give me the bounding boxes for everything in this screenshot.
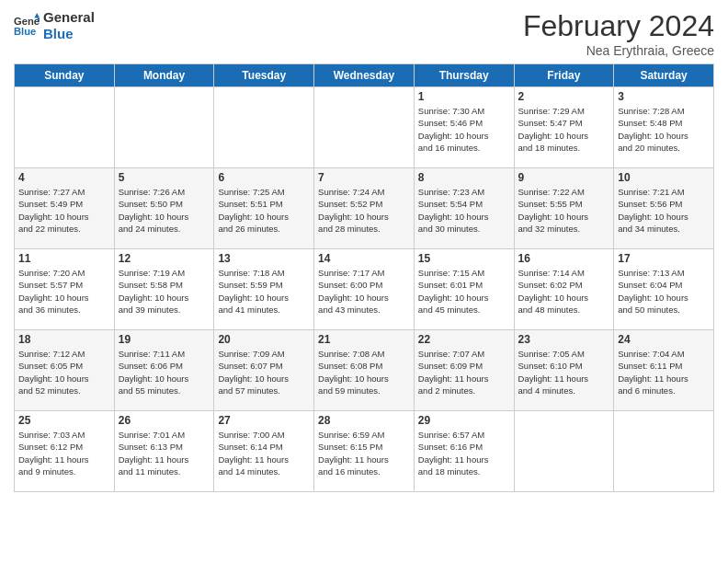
calendar-cell: 18Sunrise: 7:12 AM Sunset: 6:05 PM Dayli… [15, 330, 115, 411]
day-info: Sunrise: 6:59 AM Sunset: 6:15 PM Dayligh… [318, 429, 410, 477]
calendar-cell [314, 87, 415, 168]
calendar-cell: 13Sunrise: 7:18 AM Sunset: 5:59 PM Dayli… [214, 249, 314, 330]
day-number: 8 [418, 171, 510, 184]
calendar-cell: 27Sunrise: 7:00 AM Sunset: 6:14 PM Dayli… [214, 411, 314, 492]
day-number: 17 [618, 252, 710, 265]
calendar-cell: 11Sunrise: 7:20 AM Sunset: 5:57 PM Dayli… [15, 249, 115, 330]
logo-general: General [43, 9, 95, 26]
day-number: 13 [218, 252, 310, 265]
day-number: 25 [18, 414, 110, 427]
day-number: 14 [318, 252, 410, 265]
week-row-4: 18Sunrise: 7:12 AM Sunset: 6:05 PM Dayli… [15, 330, 714, 411]
day-info: Sunrise: 6:57 AM Sunset: 6:16 PM Dayligh… [418, 429, 510, 477]
week-row-5: 25Sunrise: 7:03 AM Sunset: 6:12 PM Dayli… [15, 411, 714, 492]
day-number: 12 [119, 252, 210, 265]
header: General Blue General Blue February 2024 … [14, 9, 714, 58]
weekday-monday: Monday [114, 64, 214, 87]
day-info: Sunrise: 7:01 AM Sunset: 6:13 PM Dayligh… [119, 429, 210, 477]
calendar-cell: 12Sunrise: 7:19 AM Sunset: 5:58 PM Dayli… [114, 249, 214, 330]
day-info: Sunrise: 7:11 AM Sunset: 6:06 PM Dayligh… [119, 348, 210, 396]
calendar-cell: 22Sunrise: 7:07 AM Sunset: 6:09 PM Dayli… [414, 330, 514, 411]
weekday-friday: Friday [514, 64, 614, 87]
calendar-cell: 28Sunrise: 6:59 AM Sunset: 6:15 PM Dayli… [314, 411, 415, 492]
day-info: Sunrise: 7:14 AM Sunset: 6:02 PM Dayligh… [518, 267, 610, 316]
day-number: 28 [318, 414, 410, 427]
month-title: February 2024 [523, 9, 714, 43]
day-info: Sunrise: 7:26 AM Sunset: 5:50 PM Dayligh… [119, 186, 210, 235]
day-info: Sunrise: 7:21 AM Sunset: 5:56 PM Dayligh… [618, 186, 710, 235]
day-info: Sunrise: 7:27 AM Sunset: 5:49 PM Dayligh… [18, 186, 110, 235]
logo: General Blue General Blue [14, 9, 95, 42]
day-number: 21 [318, 333, 410, 346]
day-info: Sunrise: 7:24 AM Sunset: 5:52 PM Dayligh… [318, 186, 410, 235]
day-number: 26 [119, 414, 210, 427]
weekday-saturday: Saturday [614, 64, 714, 87]
day-info: Sunrise: 7:23 AM Sunset: 5:54 PM Dayligh… [418, 186, 510, 235]
day-info: Sunrise: 7:07 AM Sunset: 6:09 PM Dayligh… [418, 348, 510, 396]
calendar-cell: 2Sunrise: 7:29 AM Sunset: 5:47 PM Daylig… [514, 87, 614, 168]
calendar-cell: 8Sunrise: 7:23 AM Sunset: 5:54 PM Daylig… [414, 168, 514, 249]
day-info: Sunrise: 7:20 AM Sunset: 5:57 PM Dayligh… [18, 267, 110, 316]
calendar-cell: 25Sunrise: 7:03 AM Sunset: 6:12 PM Dayli… [15, 411, 115, 492]
day-number: 16 [518, 252, 610, 265]
calendar-cell: 10Sunrise: 7:21 AM Sunset: 5:56 PM Dayli… [614, 168, 714, 249]
calendar-cell: 3Sunrise: 7:28 AM Sunset: 5:48 PM Daylig… [614, 87, 714, 168]
day-number: 15 [418, 252, 510, 265]
day-info: Sunrise: 7:15 AM Sunset: 6:01 PM Dayligh… [418, 267, 510, 316]
calendar-cell: 9Sunrise: 7:22 AM Sunset: 5:55 PM Daylig… [514, 168, 614, 249]
logo-blue: Blue [43, 26, 95, 42]
calendar-cell: 4Sunrise: 7:27 AM Sunset: 5:49 PM Daylig… [15, 168, 115, 249]
calendar-cell: 19Sunrise: 7:11 AM Sunset: 6:06 PM Dayli… [114, 330, 214, 411]
calendar-cell [214, 87, 314, 168]
calendar-cell: 5Sunrise: 7:26 AM Sunset: 5:50 PM Daylig… [114, 168, 214, 249]
day-number: 24 [618, 333, 710, 346]
day-number: 3 [618, 90, 710, 103]
weekday-tuesday: Tuesday [214, 64, 314, 87]
day-number: 6 [218, 171, 310, 184]
calendar-cell: 29Sunrise: 6:57 AM Sunset: 6:16 PM Dayli… [414, 411, 514, 492]
calendar-cell: 24Sunrise: 7:04 AM Sunset: 6:11 PM Dayli… [614, 330, 714, 411]
day-info: Sunrise: 7:25 AM Sunset: 5:51 PM Dayligh… [218, 186, 310, 235]
title-section: February 2024 Nea Erythraia, Greece [523, 9, 714, 58]
weekday-header-row: SundayMondayTuesdayWednesdayThursdayFrid… [15, 64, 714, 87]
day-number: 11 [18, 252, 110, 265]
calendar-cell: 20Sunrise: 7:09 AM Sunset: 6:07 PM Dayli… [214, 330, 314, 411]
day-info: Sunrise: 7:08 AM Sunset: 6:08 PM Dayligh… [318, 348, 410, 396]
day-info: Sunrise: 7:00 AM Sunset: 6:14 PM Dayligh… [218, 429, 310, 477]
weekday-wednesday: Wednesday [314, 64, 415, 87]
day-number: 1 [418, 90, 510, 103]
day-info: Sunrise: 7:19 AM Sunset: 5:58 PM Dayligh… [119, 267, 210, 316]
day-info: Sunrise: 7:30 AM Sunset: 5:46 PM Dayligh… [418, 105, 510, 154]
calendar-cell: 23Sunrise: 7:05 AM Sunset: 6:10 PM Dayli… [514, 330, 614, 411]
day-number: 2 [518, 90, 610, 103]
day-number: 19 [119, 333, 210, 346]
day-number: 27 [218, 414, 310, 427]
day-number: 10 [618, 171, 710, 184]
calendar-cell: 15Sunrise: 7:15 AM Sunset: 6:01 PM Dayli… [414, 249, 514, 330]
day-info: Sunrise: 7:04 AM Sunset: 6:11 PM Dayligh… [618, 348, 710, 396]
calendar-body: 1Sunrise: 7:30 AM Sunset: 5:46 PM Daylig… [15, 87, 714, 492]
day-info: Sunrise: 7:18 AM Sunset: 5:59 PM Dayligh… [218, 267, 310, 316]
day-number: 22 [418, 333, 510, 346]
day-number: 9 [518, 171, 610, 184]
day-info: Sunrise: 7:22 AM Sunset: 5:55 PM Dayligh… [518, 186, 610, 235]
calendar-cell: 6Sunrise: 7:25 AM Sunset: 5:51 PM Daylig… [214, 168, 314, 249]
day-info: Sunrise: 7:03 AM Sunset: 6:12 PM Dayligh… [18, 429, 110, 477]
calendar-page: General Blue General Blue February 2024 … [0, 0, 728, 563]
calendar-cell [114, 87, 214, 168]
day-info: Sunrise: 7:17 AM Sunset: 6:00 PM Dayligh… [318, 267, 410, 316]
calendar-cell: 1Sunrise: 7:30 AM Sunset: 5:46 PM Daylig… [414, 87, 514, 168]
calendar-cell: 7Sunrise: 7:24 AM Sunset: 5:52 PM Daylig… [314, 168, 415, 249]
calendar-cell [514, 411, 614, 492]
day-number: 20 [218, 333, 310, 346]
calendar-cell: 26Sunrise: 7:01 AM Sunset: 6:13 PM Dayli… [114, 411, 214, 492]
calendar-cell [614, 411, 714, 492]
calendar-cell [15, 87, 115, 168]
day-number: 23 [518, 333, 610, 346]
day-number: 18 [18, 333, 110, 346]
calendar-table: SundayMondayTuesdayWednesdayThursdayFrid… [14, 63, 714, 492]
day-info: Sunrise: 7:13 AM Sunset: 6:04 PM Dayligh… [618, 267, 710, 316]
day-info: Sunrise: 7:12 AM Sunset: 6:05 PM Dayligh… [18, 348, 110, 396]
week-row-2: 4Sunrise: 7:27 AM Sunset: 5:49 PM Daylig… [15, 168, 714, 249]
svg-text:Blue: Blue [14, 26, 36, 37]
